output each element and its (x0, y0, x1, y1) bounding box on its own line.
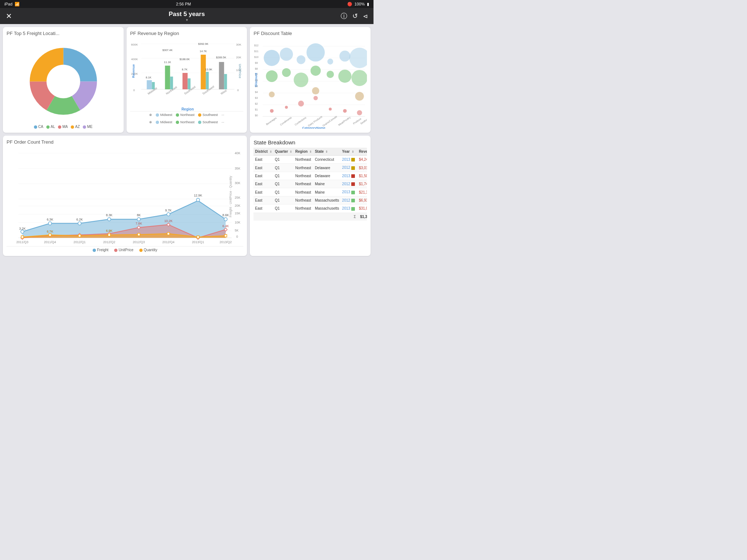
svg-text:2012/Q3: 2012/Q3 (133, 240, 145, 244)
legend-quantity: Quantity (139, 248, 157, 252)
total-value: $1,354,459 (357, 213, 367, 221)
svg-text:0: 0 (133, 89, 135, 92)
col-region: Region ⇕ (294, 148, 313, 156)
legend-freight: Freight (93, 248, 108, 252)
svg-rect-136 (224, 234, 227, 237)
revenue-chart-card: PF Revenue by Region 600K 400K 200K 0 30… (127, 27, 247, 133)
svg-rect-133 (138, 233, 140, 236)
cell-region: Northeast (294, 164, 313, 172)
cell-year[interactable]: 2013 (341, 172, 357, 180)
table-container: District ⇕ Quarter ⇕ Region ⇕ State ⇕ Ye… (253, 148, 367, 250)
cell-quarter: Q1 (274, 172, 294, 180)
chevron-down-icon: ▾ (169, 18, 205, 22)
svg-point-120 (224, 218, 227, 221)
svg-text:$11: $11 (254, 50, 259, 52)
svg-text:UnitPrice: UnitPrice (238, 64, 242, 78)
cell-district: East (253, 196, 273, 204)
svg-text:0: 0 (236, 235, 238, 238)
cell-district: East (253, 188, 273, 196)
discount-card-title: PF Discount Table (253, 31, 367, 36)
svg-point-114 (49, 222, 52, 225)
cell-year[interactable]: 2012 (341, 164, 357, 172)
svg-text:30K: 30K (236, 43, 241, 46)
svg-point-115 (78, 222, 81, 225)
svg-point-113 (21, 230, 24, 233)
revenue-card-title: PF Revenue by Region (130, 31, 244, 36)
svg-point-0 (46, 65, 80, 98)
svg-point-68 (266, 70, 278, 82)
svg-point-81 (357, 110, 362, 115)
cell-state: Delaware (313, 164, 341, 172)
donut-svg (15, 38, 111, 125)
cell-region: Northeast (294, 156, 313, 164)
svg-point-62 (280, 48, 293, 61)
cell-district: East (253, 205, 273, 213)
close-button[interactable]: ✕ (6, 12, 12, 20)
svg-text:Grains/Cereals: Grains/Cereals (322, 115, 338, 127)
bluetooth-icon: 🔴 (347, 2, 352, 7)
svg-text:Beverages: Beverages (266, 116, 277, 126)
svg-text:$307.4K: $307.4K (162, 48, 173, 52)
legend-me: ME (83, 125, 93, 129)
info-icon[interactable]: ⓘ (341, 12, 347, 20)
svg-text:2011/Q3: 2011/Q3 (16, 240, 28, 244)
svg-text:35K: 35K (235, 167, 240, 170)
cell-quarter: Q1 (274, 156, 294, 164)
svg-point-65 (328, 59, 333, 65)
cell-year[interactable]: 2013 (341, 156, 357, 164)
cell-revenue: $4,244 (357, 156, 367, 164)
svg-text:Revenue: Revenue (132, 64, 135, 78)
svg-text:6.2K: 6.2K (76, 218, 83, 221)
cell-state: Maine (313, 188, 341, 196)
svg-text:20K: 20K (236, 56, 241, 59)
svg-text:9.7K: 9.7K (165, 209, 172, 212)
cell-year[interactable]: 2013 (341, 188, 357, 196)
svg-text:CategoryName: CategoryName (302, 126, 326, 129)
svg-rect-130 (49, 234, 51, 236)
battery-label: 100% (355, 2, 365, 6)
table-row: East Q1 Northeast Delaware 2012 $3,017 (253, 164, 367, 172)
svg-point-64 (307, 43, 325, 62)
svg-text:$188.6K: $188.6K (179, 58, 190, 61)
svg-rect-32 (224, 74, 227, 89)
legend-southwest-1: Southwest (198, 113, 218, 117)
nav-bar: ✕ Past 5 years ▾ ⓘ ↺ ⊲ (0, 8, 374, 24)
svg-rect-31 (219, 62, 224, 89)
cell-region: Northeast (294, 172, 313, 180)
svg-rect-132 (108, 234, 110, 236)
svg-text:25K: 25K (235, 195, 240, 199)
svg-text:8.6K: 8.6K (222, 213, 229, 217)
table-row: East Q1 Northeast Connecticut 2013 $4,24… (253, 156, 367, 164)
svg-text:600K: 600K (131, 43, 138, 46)
nav-left: ✕ (6, 12, 35, 20)
svg-text:Dairy Products: Dairy Products (307, 115, 323, 127)
svg-text:12.9K: 12.9K (194, 194, 202, 197)
svg-text:8.3K: 8.3K (106, 213, 112, 217)
cell-quarter: Q1 (274, 196, 294, 204)
svg-text:6.4K: 6.4K (222, 224, 229, 228)
refresh-icon[interactable]: ↺ (352, 12, 358, 20)
legend-more-1[interactable]: ··· (221, 113, 224, 117)
legend-more-2[interactable]: ··· (221, 120, 224, 124)
table-row: East Q1 Northeast Massachusetts 2013 $31… (253, 205, 367, 213)
trend-legend: Freight UnitPrice Quantity (7, 246, 243, 252)
svg-text:$8: $8 (255, 67, 258, 70)
legend-ca: CA (34, 125, 43, 129)
svg-point-78 (314, 96, 318, 100)
cell-year[interactable]: 2013 (341, 205, 357, 213)
filter-icon[interactable]: ⊲ (363, 13, 368, 20)
cell-year[interactable]: 2012 (341, 196, 357, 204)
cell-year[interactable]: 2012 (341, 180, 357, 188)
svg-point-76 (285, 106, 288, 109)
svg-text:Freight · UnitPrice · Quantity: Freight · UnitPrice · Quantity (229, 176, 232, 217)
svg-rect-26 (201, 55, 206, 89)
status-right: 🔴 100% ▮ (347, 2, 369, 7)
svg-point-70 (294, 73, 309, 87)
svg-text:2011/Q4: 2011/Q4 (44, 240, 56, 244)
svg-text:$4: $4 (255, 91, 258, 93)
col-state: State ⇕ (313, 148, 341, 156)
chart-legends: ⊕ Midwest Northeast Southwest ··· ⊕ Midw… (130, 111, 244, 124)
table-row: East Q1 Northeast Maine 2013 $21,351 (253, 188, 367, 196)
cell-state: Delaware (313, 172, 341, 180)
cell-state: Maine (313, 180, 341, 188)
